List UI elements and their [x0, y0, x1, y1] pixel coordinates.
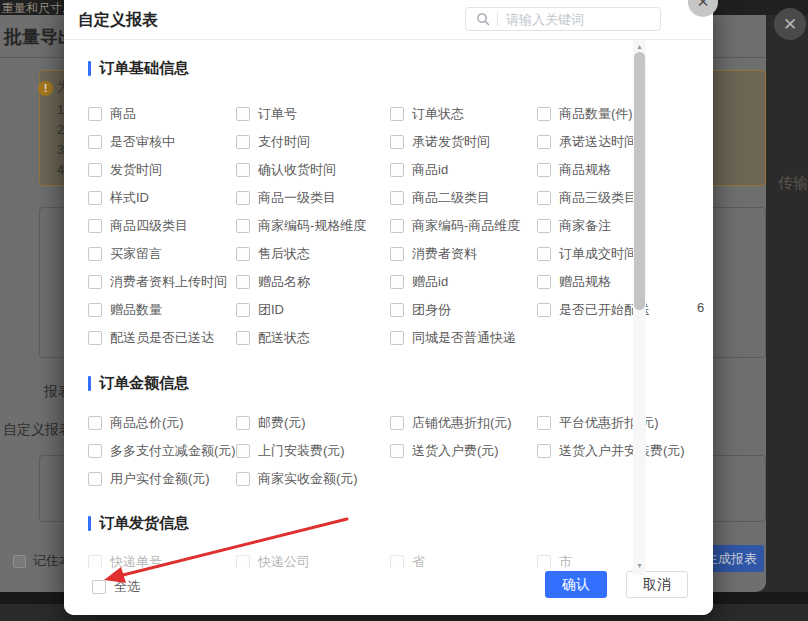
- checkbox[interactable]: [390, 444, 404, 458]
- checkbox[interactable]: [390, 135, 404, 149]
- checkbox-item[interactable]: 承诺送达时间: [537, 128, 697, 156]
- checkbox[interactable]: [390, 555, 404, 569]
- checkbox[interactable]: [88, 219, 102, 233]
- checkbox[interactable]: [236, 331, 250, 345]
- scrollbar-down-arrow-icon[interactable]: ▼: [633, 559, 646, 571]
- checkbox-item[interactable]: 商品: [88, 100, 236, 128]
- checkbox[interactable]: [537, 163, 551, 177]
- checkbox[interactable]: [88, 472, 102, 486]
- checkbox-item[interactable]: 多多支付立减金额(元): [88, 437, 236, 465]
- checkbox[interactable]: [537, 191, 551, 205]
- checkbox-item[interactable]: 商品id: [390, 156, 537, 184]
- checkbox-item[interactable]: 商品数量(件): [537, 100, 697, 128]
- select-all-checkbox-row[interactable]: 全选: [92, 578, 140, 596]
- checkbox[interactable]: [537, 219, 551, 233]
- checkbox-item[interactable]: 订单成交时间: [537, 240, 697, 268]
- checkbox-item[interactable]: 商家编码-商品维度: [390, 212, 537, 240]
- modal-scrollbar[interactable]: ▲ ▼: [633, 40, 646, 575]
- checkbox[interactable]: [537, 135, 551, 149]
- checkbox[interactable]: [537, 444, 551, 458]
- checkbox[interactable]: [92, 580, 106, 594]
- checkbox-item[interactable]: 商品四级类目: [88, 212, 236, 240]
- checkbox[interactable]: [88, 275, 102, 289]
- checkbox-item[interactable]: 商家编码-规格维度: [236, 212, 390, 240]
- checkbox[interactable]: [390, 163, 404, 177]
- checkbox-item[interactable]: 赠品规格: [537, 268, 697, 296]
- checkbox[interactable]: [390, 219, 404, 233]
- checkbox-item[interactable]: 赠品数量: [88, 296, 236, 324]
- checkbox[interactable]: [537, 303, 551, 317]
- checkbox[interactable]: [88, 416, 102, 430]
- checkbox[interactable]: [236, 107, 250, 121]
- checkbox[interactable]: [236, 247, 250, 261]
- search-box[interactable]: [465, 7, 661, 31]
- checkbox[interactable]: [236, 163, 250, 177]
- checkbox[interactable]: [88, 444, 102, 458]
- checkbox[interactable]: [236, 555, 250, 569]
- checkbox[interactable]: [390, 107, 404, 121]
- checkbox-item[interactable]: 订单状态: [390, 100, 537, 128]
- checkbox[interactable]: [390, 303, 404, 317]
- checkbox-item[interactable]: 平台优惠折扣(元): [537, 409, 697, 437]
- checkbox-item[interactable]: 赠品id: [390, 268, 537, 296]
- checkbox[interactable]: [236, 191, 250, 205]
- checkbox-item[interactable]: 样式ID: [88, 184, 236, 212]
- checkbox-item[interactable]: 团ID: [236, 296, 390, 324]
- checkbox-item[interactable]: 赠品名称: [236, 268, 390, 296]
- checkbox[interactable]: [236, 444, 250, 458]
- checkbox-item[interactable]: 支付时间: [236, 128, 390, 156]
- checkbox[interactable]: [537, 555, 551, 569]
- checkbox[interactable]: [390, 416, 404, 430]
- scrollbar-up-arrow-icon[interactable]: ▲: [633, 40, 646, 52]
- checkbox[interactable]: [236, 275, 250, 289]
- checkbox[interactable]: [88, 331, 102, 345]
- checkbox[interactable]: [88, 135, 102, 149]
- checkbox-item[interactable]: 是否已开始配送: [537, 296, 697, 324]
- checkbox-item[interactable]: 商品规格: [537, 156, 697, 184]
- checkbox[interactable]: [236, 303, 250, 317]
- checkbox[interactable]: [537, 275, 551, 289]
- cancel-button[interactable]: 取消: [626, 571, 688, 598]
- checkbox-item[interactable]: 商家实收金额(元): [236, 465, 390, 493]
- checkbox-item[interactable]: 发货时间: [88, 156, 236, 184]
- checkbox-item[interactable]: 同城是否普通快递: [390, 324, 537, 352]
- checkbox[interactable]: [88, 247, 102, 261]
- checkbox[interactable]: [236, 472, 250, 486]
- checkbox[interactable]: [390, 191, 404, 205]
- checkbox[interactable]: [537, 107, 551, 121]
- checkbox-item[interactable]: 用户实付金额(元): [88, 465, 236, 493]
- checkbox-item[interactable]: 确认收货时间: [236, 156, 390, 184]
- checkbox-item[interactable]: 配送员是否已送达: [88, 324, 236, 352]
- checkbox[interactable]: [537, 416, 551, 430]
- checkbox-item[interactable]: 是否审核中: [88, 128, 236, 156]
- checkbox[interactable]: [88, 163, 102, 177]
- checkbox-item[interactable]: 商品总价(元): [88, 409, 236, 437]
- checkbox-item[interactable]: 商家备注: [537, 212, 697, 240]
- checkbox-item[interactable]: 店铺优惠折扣(元): [390, 409, 537, 437]
- confirm-button[interactable]: 确认: [545, 571, 607, 598]
- checkbox-item[interactable]: 承诺发货时间: [390, 128, 537, 156]
- search-input[interactable]: [506, 12, 660, 27]
- checkbox[interactable]: [390, 275, 404, 289]
- checkbox-item[interactable]: 商品一级类目: [236, 184, 390, 212]
- checkbox[interactable]: [236, 416, 250, 430]
- checkbox[interactable]: [88, 191, 102, 205]
- checkbox-item[interactable]: 配送状态: [236, 324, 390, 352]
- checkbox[interactable]: [390, 247, 404, 261]
- scrollbar-thumb[interactable]: [634, 52, 645, 310]
- checkbox[interactable]: [88, 555, 102, 569]
- checkbox-item[interactable]: 送货入户并安装费(元): [537, 437, 697, 465]
- checkbox-item[interactable]: 送货入户费(元): [390, 437, 537, 465]
- checkbox[interactable]: [537, 247, 551, 261]
- checkbox-item[interactable]: 商品三级类目: [537, 184, 697, 212]
- checkbox-item[interactable]: 商品二级类目: [390, 184, 537, 212]
- drawer-close-icon[interactable]: ✕: [774, 8, 806, 40]
- checkbox-item[interactable]: 消费者资料上传时间: [88, 268, 236, 296]
- checkbox[interactable]: [390, 331, 404, 345]
- checkbox[interactable]: [236, 219, 250, 233]
- checkbox-item[interactable]: 上门安装费(元): [236, 437, 390, 465]
- checkbox-item[interactable]: 邮费(元): [236, 409, 390, 437]
- checkbox[interactable]: [88, 107, 102, 121]
- checkbox[interactable]: [13, 555, 26, 568]
- checkbox[interactable]: [236, 135, 250, 149]
